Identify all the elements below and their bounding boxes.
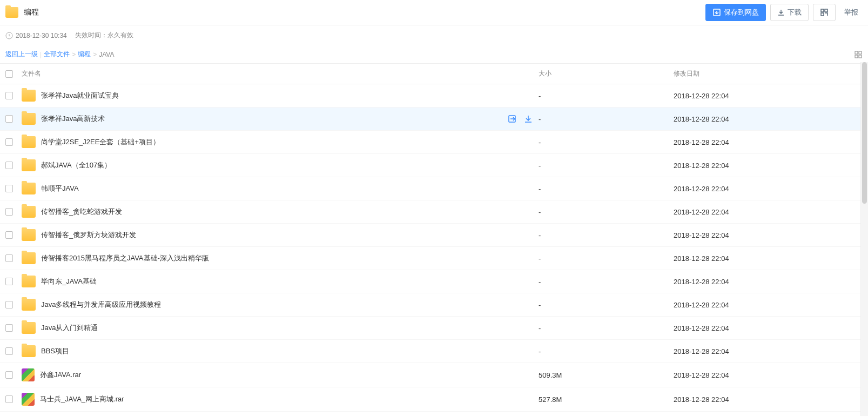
row-checkbox[interactable] bbox=[5, 301, 13, 308]
file-name[interactable]: 郝斌JAVA（全107集） bbox=[41, 160, 111, 170]
row-date: 2018-12-28 22:04 bbox=[674, 92, 863, 100]
file-row[interactable]: 张孝祥Java就业面试宝典-2018-12-28 22:04 bbox=[0, 84, 868, 108]
row-size: - bbox=[539, 301, 674, 309]
download-button[interactable]: 下载 bbox=[770, 4, 809, 21]
row-checkbox-col bbox=[5, 231, 22, 239]
select-all-checkbox[interactable] bbox=[5, 70, 13, 78]
file-list: 张孝祥Java就业面试宝典-2018-12-28 22:04张孝祥Java高新技… bbox=[0, 84, 868, 412]
header-date-col[interactable]: 修改日期 bbox=[674, 69, 863, 78]
file-name[interactable]: 韩顺平JAVA bbox=[41, 184, 79, 193]
qr-icon bbox=[820, 8, 829, 17]
scrollbar[interactable] bbox=[860, 62, 868, 412]
file-name[interactable]: 张孝祥Java就业面试宝典 bbox=[41, 91, 119, 100]
file-name[interactable]: Java从入门到精通 bbox=[41, 323, 98, 333]
file-row[interactable]: 张孝祥Java高新技术 -2018-12-28 22:04 bbox=[0, 108, 868, 131]
file-name[interactable]: 张孝祥Java高新技术 bbox=[41, 114, 105, 124]
row-name-col: 传智播客2015黑马程序员之JAVA基础-深入浅出精华版 bbox=[22, 252, 539, 264]
share-icon[interactable] bbox=[507, 114, 517, 124]
file-row[interactable]: 传智播客_俄罗斯方块游戏开发-2018-12-28 22:04 bbox=[0, 224, 868, 247]
folder-icon bbox=[22, 159, 36, 171]
svg-rect-8 bbox=[859, 55, 862, 58]
row-checkbox-col bbox=[5, 395, 22, 403]
svg-rect-7 bbox=[855, 55, 858, 58]
view-toggle[interactable] bbox=[854, 50, 863, 59]
row-checkbox[interactable] bbox=[5, 138, 13, 146]
file-row[interactable]: 孙鑫JAVA.rar509.3M2018-12-28 22:04 bbox=[0, 363, 868, 387]
file-row[interactable]: 郝斌JAVA（全107集）-2018-12-28 22:04 bbox=[0, 154, 868, 177]
row-name-col: 张孝祥Java就业面试宝典 bbox=[22, 90, 539, 102]
row-checkbox-col bbox=[5, 371, 22, 379]
row-date: 2018-12-28 22:04 bbox=[674, 371, 863, 379]
row-name-col: 马士兵_JAVA_网上商城.rar bbox=[22, 393, 539, 406]
file-row[interactable]: Java从入门到精通-2018-12-28 22:04 bbox=[0, 317, 868, 340]
row-checkbox[interactable] bbox=[5, 185, 13, 192]
file-row[interactable]: Java多线程与并发库高级应用视频教程-2018-12-28 22:04 bbox=[0, 293, 868, 317]
breadcrumb-programming[interactable]: 编程 bbox=[78, 50, 91, 59]
folder-icon bbox=[5, 7, 18, 18]
file-row[interactable]: 韩顺平JAVA-2018-12-28 22:04 bbox=[0, 177, 868, 200]
folder-icon bbox=[22, 276, 36, 287]
file-row[interactable]: 尚学堂J2SE_J2EE全套（基础+项目）-2018-12-28 22:04 bbox=[0, 131, 868, 154]
row-checkbox[interactable] bbox=[5, 254, 13, 262]
file-name[interactable]: 传智播客_贪吃蛇游戏开发 bbox=[41, 207, 122, 217]
file-name[interactable]: 马士兵_JAVA_网上商城.rar bbox=[40, 394, 124, 404]
row-checkbox[interactable] bbox=[5, 324, 13, 332]
file-name[interactable]: 传智播客2015黑马程序员之JAVA基础-深入浅出精华版 bbox=[41, 253, 209, 263]
row-name-col: 传智播客_俄罗斯方块游戏开发 bbox=[22, 229, 539, 241]
row-checkbox[interactable] bbox=[5, 162, 13, 169]
row-checkbox[interactable] bbox=[5, 278, 13, 285]
header-name-col[interactable]: 文件名 bbox=[22, 69, 539, 78]
file-row[interactable]: 毕向东_JAVA基础-2018-12-28 22:04 bbox=[0, 270, 868, 293]
row-size: - bbox=[539, 278, 674, 286]
file-name[interactable]: BBS项目 bbox=[41, 346, 69, 356]
row-actions bbox=[507, 114, 533, 124]
row-name-col: 毕向东_JAVA基础 bbox=[22, 276, 539, 287]
file-row[interactable]: 马士兵_JAVA_网上商城.rar527.8M2018-12-28 22:04 bbox=[0, 387, 868, 412]
row-date: 2018-12-28 22:04 bbox=[674, 254, 863, 263]
breadcrumb-all-files[interactable]: 全部文件 bbox=[44, 50, 70, 59]
header-size-col[interactable]: 大小 bbox=[539, 69, 674, 78]
row-size: - bbox=[539, 231, 674, 239]
row-checkbox[interactable] bbox=[5, 347, 13, 355]
row-date: 2018-12-28 22:04 bbox=[674, 138, 863, 146]
scrollbar-thumb[interactable] bbox=[862, 62, 867, 204]
folder-icon bbox=[22, 90, 36, 102]
file-name[interactable]: 传智播客_俄罗斯方块游戏开发 bbox=[41, 230, 136, 240]
row-size: - bbox=[539, 162, 674, 170]
header-left: 编程 bbox=[5, 7, 39, 18]
row-name-col: 孙鑫JAVA.rar bbox=[22, 368, 539, 381]
grid-view-icon[interactable] bbox=[854, 50, 863, 59]
breadcrumb-back[interactable]: 返回上一级 bbox=[5, 50, 38, 59]
file-name[interactable]: Java多线程与并发库高级应用视频教程 bbox=[41, 300, 161, 310]
file-name[interactable]: 孙鑫JAVA.rar bbox=[40, 370, 81, 380]
row-checkbox[interactable] bbox=[5, 231, 13, 239]
row-size: 527.8M bbox=[539, 395, 674, 404]
clock-icon bbox=[5, 32, 13, 39]
file-name[interactable]: 尚学堂J2SE_J2EE全套（基础+项目） bbox=[41, 137, 160, 147]
row-checkbox[interactable] bbox=[5, 115, 13, 123]
qr-button[interactable] bbox=[813, 4, 836, 21]
file-row[interactable]: BBS项目-2018-12-28 22:04 bbox=[0, 340, 868, 363]
breadcrumb-current: JAVA bbox=[99, 51, 114, 58]
save-to-disk-button[interactable]: 保存到网盘 bbox=[705, 4, 766, 21]
folder-icon bbox=[22, 252, 36, 264]
row-checkbox[interactable] bbox=[5, 208, 13, 216]
save-icon bbox=[712, 8, 721, 17]
report-button[interactable]: 举报 bbox=[840, 4, 863, 21]
file-row[interactable]: 传智播客2015黑马程序员之JAVA基础-深入浅出精华版-2018-12-28 … bbox=[0, 247, 868, 270]
row-size: - bbox=[539, 92, 674, 100]
svg-rect-3 bbox=[821, 13, 824, 16]
row-checkbox-col bbox=[5, 347, 22, 355]
meta-row: 2018-12-30 10:34 失效时间：永久有效 bbox=[0, 25, 868, 45]
download-icon[interactable] bbox=[523, 114, 533, 124]
file-name[interactable]: 毕向东_JAVA基础 bbox=[41, 277, 97, 286]
row-name-col: Java从入门到精通 bbox=[22, 322, 539, 334]
file-row[interactable]: 传智播客_贪吃蛇游戏开发-2018-12-28 22:04 bbox=[0, 200, 868, 224]
row-date: 2018-12-28 22:04 bbox=[674, 395, 863, 404]
svg-rect-1 bbox=[821, 9, 824, 12]
row-date: 2018-12-28 22:04 bbox=[674, 301, 863, 309]
row-checkbox-col bbox=[5, 138, 22, 146]
row-checkbox[interactable] bbox=[5, 92, 13, 99]
row-checkbox[interactable] bbox=[5, 371, 13, 379]
row-checkbox[interactable] bbox=[5, 395, 13, 403]
